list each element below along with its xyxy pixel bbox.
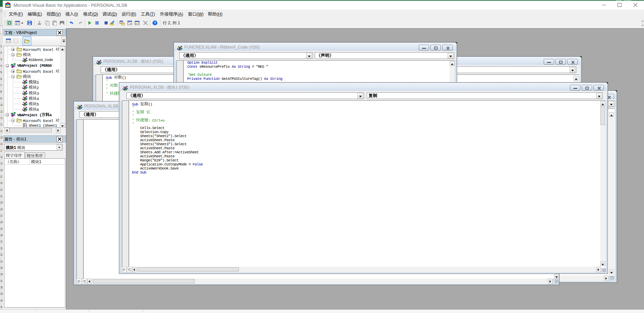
svg-text:?: ? [154,21,156,25]
